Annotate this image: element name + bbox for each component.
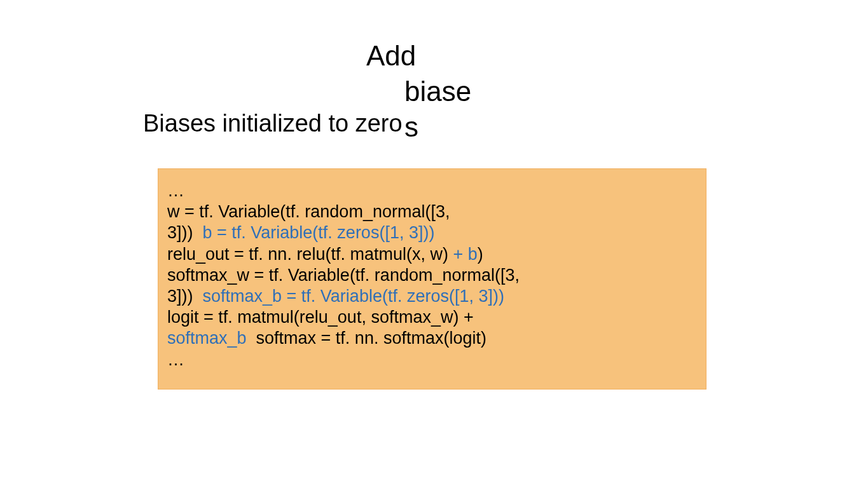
code-line-7a-highlight: softmax_b [167,329,247,348]
code-box: … w = tf. Variable(tf. random_normal([3,… [158,168,706,390]
code-line-0: … [167,180,697,201]
code-line-5a: 3])) [167,287,203,306]
code-line-3c: ) [478,245,483,264]
slide: Add biase s Biases initialized to zero …… [0,0,868,488]
code-line-7b: softmax = tf. nn. softmax(logit) [247,329,486,348]
title-line-1: Add [366,39,416,73]
code-line-3b-highlight: + b [448,245,478,264]
code-line-5: 3])) softmax_b = tf. Variable(tf. zeros(… [167,286,697,307]
title-s-overlay: s [404,111,418,144]
code-line-5b-highlight: softmax_b = tf. Variable(tf. zeros([1, 3… [203,287,504,306]
code-line-2b-highlight: b = tf. Variable(tf. zeros([1, 3])) [203,223,435,242]
code-line-8: … [167,349,697,370]
code-line-1: w = tf. Variable(tf. random_normal([3, [167,201,697,222]
title-line-2: biase [404,75,471,109]
code-line-7: softmax_b softmax = tf. nn. softmax(logi… [167,328,697,349]
code-line-2a: 3])) [167,223,203,242]
subtitle: Biases initialized to zero [143,109,403,139]
code-line-6: logit = tf. matmul(relu_out, softmax_w) … [167,307,697,328]
code-line-3: relu_out = tf. nn. relu(tf. matmul(x, w)… [167,244,697,265]
code-line-3a: relu_out = tf. nn. relu(tf. matmul(x, w) [167,245,448,264]
code-line-4: softmax_w = tf. Variable(tf. random_norm… [167,265,697,286]
code-line-2: 3])) b = tf. Variable(tf. zeros([1, 3])) [167,222,697,243]
